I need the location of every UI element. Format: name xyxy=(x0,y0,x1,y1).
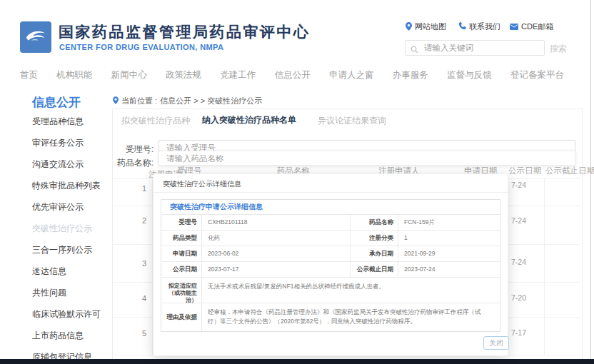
nav-item-org[interactable]: 机构职能 xyxy=(56,69,92,81)
tab-proposed-breakthrough[interactable]: 拟突破性治疗品种 xyxy=(121,115,190,127)
publicity-deadline-field-label: 公示截止日期 xyxy=(350,262,398,277)
breadcrumb-label: 当前位置 : xyxy=(121,96,157,106)
mail-icon xyxy=(510,23,518,31)
publicity-deadline-field-value: 2023-07-24 xyxy=(398,262,500,277)
receipt-no-label: 受理号: xyxy=(100,143,153,156)
breakthrough-detail-modal: 突破性治疗公示详细信息 突破性治疗申请公示详细信息 受理号 CXHB210111… xyxy=(153,173,508,356)
apply-date-field-label: 申请日期 xyxy=(161,246,201,261)
sidebar-item-special-approval[interactable]: 特殊审批品种列表 xyxy=(32,175,125,196)
nav-item-registration-platform[interactable]: 登记备案平台 xyxy=(510,69,564,81)
search-button[interactable]: 搜索 xyxy=(550,43,567,55)
sidebar-item-accepted-varieties[interactable]: 受理品种信息 xyxy=(32,111,125,132)
breadcrumb-path[interactable]: 信息公开 > > 突破性治疗公示 xyxy=(160,96,262,106)
contact-link[interactable]: 联系我们 xyxy=(458,21,500,32)
table-row-number: 3 xyxy=(137,259,151,268)
drug-type-field-label: 药品类型 xyxy=(161,231,201,246)
main-nav: 首页 机构职能 新闻中心 政策法规 党建工作 信息公开 申请人之窗 办事服务 监… xyxy=(20,68,564,82)
page-right-edge xyxy=(590,0,591,359)
cde-logo[interactable] xyxy=(20,21,51,53)
table-row-number: 2 xyxy=(137,216,151,225)
mailbox-label: CDE邮箱 xyxy=(521,21,553,32)
sidebar-title: 信息公开 xyxy=(32,94,81,111)
modal-detail-table: 突破性治疗申请公示详细信息 受理号 CXHB2101118 药品名称 FCN-1… xyxy=(161,199,500,332)
keyword-search-input[interactable] xyxy=(405,40,545,56)
table-column-border xyxy=(544,178,545,355)
table-row-date: 7-20 xyxy=(511,293,526,302)
reg-class-field-value: 1 xyxy=(398,231,500,246)
col-header-publicity-date: 公示日期 xyxy=(508,166,541,176)
modal-row-indication: 拟定适应症（或功能主治） 无法手术或术后残留/复发的NF1相关的丛状神经纤维瘤成… xyxy=(161,278,500,303)
undertake-date-field-label: 承办日期 xyxy=(350,246,398,261)
drug-name-field-value: FCN-159片 xyxy=(398,215,500,230)
modal-title: 突破性治疗公示详细信息 xyxy=(163,179,241,189)
modal-section-title: 突破性治疗申请公示详细信息 xyxy=(161,200,500,215)
apply-date-field-value: 2023-06-02 xyxy=(201,246,350,261)
publicity-date-field-label: 公示日期 xyxy=(161,262,201,277)
swallow-logo-icon xyxy=(23,23,49,51)
mailbox-link[interactable]: CDE邮箱 xyxy=(510,21,553,32)
table-row-number: 1 xyxy=(137,184,151,193)
nav-item-applicant[interactable]: 申请人之窗 xyxy=(329,69,374,81)
nav-item-party[interactable]: 党建工作 xyxy=(220,69,256,81)
undertake-date-field-value: 2021-09-29 xyxy=(398,246,500,261)
nav-item-supervision[interactable]: 监督与反馈 xyxy=(447,69,492,81)
site-title: 国家药品监督管理局药品审评中心 xyxy=(59,22,311,42)
sidebar-item-marketed-drugs[interactable]: 上市药品信息 xyxy=(32,325,125,346)
indication-field-value: 无法手术或术后残留/复发的NF1相关的丛状神经纤维瘤成人患者。 xyxy=(201,278,500,303)
reason-field-value: 经审核，本申请符合《药品注册管理办法》和《国家药监局关于发布突破性治疗药物审评工… xyxy=(201,303,500,331)
location-pin-icon xyxy=(406,22,412,32)
receipt-no-field-value: CXHB2101118 xyxy=(201,215,350,230)
table-row-number: 4 xyxy=(137,294,151,303)
sidebar-item-three-in-one[interactable]: 三合一序列公示 xyxy=(32,239,125,261)
modal-row-receipt: 受理号 CXHB2101118 药品名称 FCN-159片 xyxy=(161,215,500,231)
phone-icon xyxy=(458,22,466,31)
reason-field-label: 理由及依据 xyxy=(161,303,201,331)
col-header-publicity-deadline: 公示截止日期 xyxy=(545,166,594,176)
nav-item-info-disclosure[interactable]: 信息公开 xyxy=(275,69,311,81)
contact-label: 联系我们 xyxy=(469,21,500,32)
modal-title-divider xyxy=(153,192,508,193)
table-row-date: 7-17 xyxy=(511,328,526,337)
tab-included-breakthrough-list[interactable]: 纳入突破性治疗品种名单 xyxy=(202,114,296,126)
reg-class-field-label: 注册分类 xyxy=(350,231,398,246)
sidebar-item-breakthrough-therapy[interactable]: 突破性治疗公示 xyxy=(32,218,125,239)
sitemap-link[interactable]: 网站地图 xyxy=(406,21,446,32)
drug-type-field-value: 化药 xyxy=(201,231,350,246)
tab-objection-results[interactable]: 异议论证结果查询 xyxy=(318,115,386,127)
receipt-no-field-label: 受理号 xyxy=(161,215,201,230)
modal-row-type: 药品类型 化药 注册分类 1 xyxy=(161,231,500,246)
sidebar-item-priority-review[interactable]: 优先审评公示 xyxy=(32,196,125,218)
modal-row-reason: 理由及依据 经审核，本申请符合《药品注册管理办法》和《国家药监局关于发布突破性治… xyxy=(161,303,500,331)
modal-close-button[interactable]: 关闭 xyxy=(483,336,509,350)
site-subtitle: CENTER FOR DRUG EVALUATION, NMPA xyxy=(59,43,223,51)
table-row-date: 7-24 xyxy=(511,216,526,225)
table-row-date: 7-24 xyxy=(511,181,526,189)
location-pin-icon xyxy=(113,96,119,106)
sidebar-item-clinical-trial-license[interactable]: 临床试验默示许可 xyxy=(32,303,125,325)
indication-field-label: 拟定适应症（或功能主治） xyxy=(161,278,201,303)
nav-item-services[interactable]: 办事服务 xyxy=(393,69,428,81)
footer-top-bar xyxy=(0,359,594,364)
drug-name-field-label: 药品名称 xyxy=(350,215,398,230)
breadcrumb: 当前位置 : 信息公开 > > 突破性治疗公示 xyxy=(113,96,262,106)
sidebar-item-delivery-info[interactable]: 送达信息 xyxy=(32,261,125,282)
modal-row-publicity-date: 公示日期 2023-07-17 公示截止日期 2023-07-24 xyxy=(161,262,500,278)
sidebar-item-common-issues[interactable]: 共性问题 xyxy=(32,282,125,303)
table-row-date: 7-24 xyxy=(511,258,526,266)
table-row-number: 5 xyxy=(137,329,151,338)
modal-row-apply-date: 申请日期 2023-06-02 承办日期 2021-09-29 xyxy=(161,246,500,262)
nav-item-policy[interactable]: 政策法规 xyxy=(166,69,201,81)
publicity-date-field-value: 2023-07-17 xyxy=(201,262,350,277)
search-icon xyxy=(411,44,418,56)
nav-item-news[interactable]: 新闻中心 xyxy=(111,69,147,81)
drug-name-input[interactable] xyxy=(158,151,575,166)
nav-item-home[interactable]: 首页 xyxy=(20,69,38,81)
sitemap-label: 网站地图 xyxy=(415,21,446,32)
drug-name-label: 药品名称: xyxy=(86,157,153,169)
